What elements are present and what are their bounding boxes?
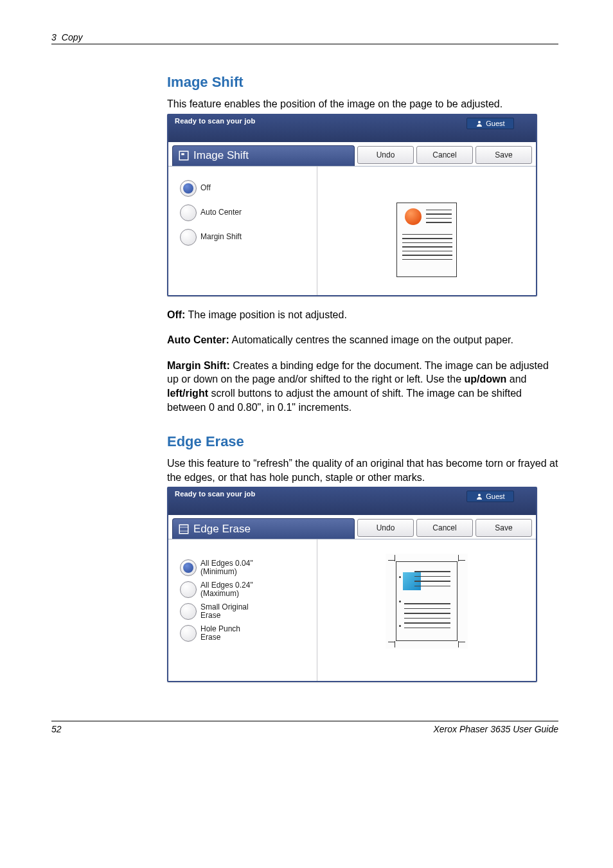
guest-button[interactable]: Guest (466, 118, 514, 129)
cancel-button[interactable]: Cancel (416, 519, 473, 537)
undo-button[interactable]: Undo (357, 519, 414, 537)
guest-button[interactable]: Guest (466, 491, 514, 502)
guide-title: Xerox Phaser 3635 User Guide (433, 724, 558, 734)
edge-erase-icon (178, 523, 190, 535)
option-small-original-erase[interactable]: Small Original Erase (180, 602, 309, 620)
svg-rect-4 (179, 525, 188, 534)
page-footer: 52 Xerox Phaser 3635 User Guide (51, 721, 558, 734)
panel-image-shift: Ready to scan your job Guest Image Shift… (167, 114, 537, 296)
note-off: Off: The image position is not adjusted. (167, 308, 558, 322)
option-all-edges-min[interactable]: All Edges 0.04" (Minimum) (180, 559, 309, 577)
options-list: All Edges 0.04" (Minimum) All Edges 0.24… (168, 539, 317, 681)
status-text: Ready to scan your job (175, 117, 255, 125)
note-auto-center: Auto Center: Automatically centres the s… (167, 333, 558, 347)
tab-label: Edge Erase (193, 523, 251, 536)
option-off[interactable]: Off (180, 179, 309, 197)
radio-icon (180, 559, 197, 576)
radio-icon (180, 180, 197, 197)
preview-dot-icon (405, 208, 422, 225)
chapter-number: 3 (51, 32, 57, 42)
option-margin-shift[interactable]: Margin Shift (180, 228, 309, 246)
radio-icon (180, 229, 197, 246)
user-icon (475, 493, 483, 500)
intro-image-shift: This feature enables the position of the… (167, 97, 558, 111)
status-text: Ready to scan your job (175, 490, 255, 498)
save-button[interactable]: Save (475, 146, 532, 164)
svg-rect-1 (179, 151, 188, 160)
chapter-title: Copy (62, 32, 83, 42)
page-number: 52 (51, 724, 62, 734)
option-auto-center[interactable]: Auto Center (180, 204, 309, 222)
page-header: 3 Copy (51, 32, 558, 44)
user-icon (475, 120, 483, 127)
panel-edge-erase: Ready to scan your job Guest Edge Erase … (167, 487, 537, 682)
section-title-image-shift: Image Shift (167, 74, 558, 91)
preview-page (386, 554, 468, 649)
tab-label: Image Shift (193, 149, 249, 162)
radio-icon (180, 603, 197, 620)
guest-label: Guest (486, 120, 504, 127)
option-hole-punch-erase[interactable]: Hole Punch Erase (180, 624, 309, 642)
radio-icon (180, 204, 197, 221)
section-title-edge-erase: Edge Erase (167, 433, 558, 450)
undo-button[interactable]: Undo (357, 146, 414, 164)
preview-page (396, 203, 457, 277)
save-button[interactable]: Save (475, 519, 532, 537)
svg-rect-2 (181, 153, 184, 155)
guest-label: Guest (486, 493, 504, 500)
svg-point-0 (478, 121, 481, 123)
radio-icon (180, 625, 197, 642)
image-shift-icon (178, 150, 190, 161)
radio-icon (180, 581, 197, 598)
tab-edge-erase[interactable]: Edge Erase (172, 518, 355, 539)
options-list: Off Auto Center Margin Shift (168, 167, 317, 295)
option-all-edges-max[interactable]: All Edges 0.24" (Maximum) (180, 581, 309, 599)
cancel-button[interactable]: Cancel (416, 146, 473, 164)
svg-point-3 (478, 494, 481, 496)
note-margin-shift: Margin Shift: Creates a binding edge for… (167, 359, 558, 414)
intro-edge-erase: Use this feature to “refresh” the qualit… (167, 457, 558, 484)
tab-image-shift[interactable]: Image Shift (172, 145, 355, 166)
